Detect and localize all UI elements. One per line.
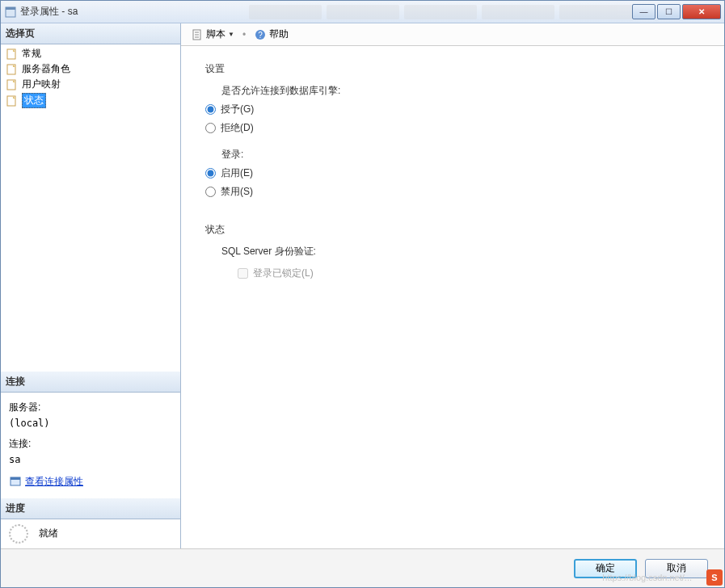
toolbar: 脚本 ▼ • ? 帮助 <box>181 23 724 46</box>
dropdown-arrow-icon[interactable]: ▼ <box>228 31 234 38</box>
main-panel: 脚本 ▼ • ? 帮助 设置 是否允许连接到数据库引擎: 授予(G) <box>181 23 724 548</box>
enable-option[interactable]: 启用(E) <box>205 166 700 180</box>
titlebar[interactable]: 登录属性 - sa — ☐ ✕ <box>1 1 724 23</box>
view-connection-properties-link[interactable]: 查看连接属性 <box>9 475 83 489</box>
app-icon <box>4 6 17 19</box>
sidebar: 选择页 常规 服务器角色 用户映射 状态 <box>1 23 181 548</box>
page-list: 常规 服务器角色 用户映射 状态 <box>1 44 180 111</box>
connection-info: 服务器: (local) 连接: sa 查看连接属性 <box>1 393 180 499</box>
help-icon: ? <box>254 28 267 41</box>
deny-label: 拒绝(D) <box>221 121 254 135</box>
page-icon <box>6 94 19 107</box>
server-value: (local) <box>9 418 172 429</box>
enable-radio[interactable] <box>205 168 216 178</box>
script-icon <box>191 28 204 41</box>
help-button[interactable]: ? 帮助 <box>251 26 292 43</box>
close-button[interactable]: ✕ <box>682 4 721 19</box>
login-label: 登录: <box>221 148 700 162</box>
status-heading: 状态 <box>205 223 700 237</box>
grant-radio[interactable] <box>205 104 216 115</box>
content-area: 设置 是否允许连接到数据库引擎: 授予(G) 拒绝(D) 登录: 启用(E) <box>181 46 724 548</box>
window-title: 登录属性 - sa <box>20 5 233 19</box>
grant-label: 授予(G) <box>221 103 254 116</box>
sidebar-item-label: 服务器角色 <box>22 62 70 76</box>
page-icon <box>6 48 19 61</box>
login-locked-checkbox <box>238 268 248 279</box>
page-icon <box>6 63 19 76</box>
script-button[interactable]: 脚本 ▼ <box>188 26 238 43</box>
progress-header: 进度 <box>1 498 180 519</box>
connection-label: 连接: <box>9 437 172 451</box>
page-icon <box>6 78 19 91</box>
sidebar-item-label: 用户映射 <box>22 78 61 91</box>
progress-status: 就绪 <box>39 527 58 539</box>
properties-icon <box>9 475 22 488</box>
background-tabs <box>249 5 632 19</box>
svg-rect-7 <box>11 477 20 480</box>
connection-value: sa <box>9 454 172 465</box>
cancel-button[interactable]: 取消 <box>645 559 708 578</box>
disable-radio[interactable] <box>205 187 216 197</box>
sidebar-item-user-mapping[interactable]: 用户映射 <box>1 77 180 92</box>
deny-radio[interactable] <box>205 123 216 133</box>
select-page-header: 选择页 <box>1 23 180 44</box>
login-locked-label: 登录已锁定(L) <box>253 267 314 280</box>
grant-option[interactable]: 授予(G) <box>205 103 700 116</box>
svg-text:?: ? <box>258 31 263 40</box>
script-label: 脚本 <box>206 27 226 41</box>
server-label: 服务器: <box>9 401 172 414</box>
progress-spinner-icon <box>9 524 28 544</box>
ime-badge-icon[interactable]: S <box>706 569 723 586</box>
disable-option[interactable]: 禁用(S) <box>205 185 700 199</box>
disable-label: 禁用(S) <box>221 185 253 199</box>
progress-block: 就绪 <box>1 519 180 548</box>
permit-connect-label: 是否允许连接到数据库引擎: <box>221 84 700 98</box>
settings-heading: 设置 <box>205 62 700 76</box>
sidebar-item-label: 常规 <box>22 47 41 61</box>
dialog-footer: 确定 取消 https://blog.csdn.net/... S <box>1 548 724 587</box>
toolbar-separator: • <box>242 29 246 40</box>
window-controls: — ☐ ✕ <box>632 4 721 19</box>
login-locked-option: 登录已锁定(L) <box>238 267 700 280</box>
minimize-button[interactable]: — <box>632 4 655 19</box>
maximize-button[interactable]: ☐ <box>657 4 681 19</box>
svg-rect-1 <box>6 7 15 10</box>
sql-auth-label: SQL Server 身份验证: <box>221 245 700 258</box>
dialog-body: 选择页 常规 服务器角色 用户映射 状态 <box>1 23 724 548</box>
connection-header: 连接 <box>1 372 180 393</box>
deny-option[interactable]: 拒绝(D) <box>205 121 700 135</box>
enable-label: 启用(E) <box>221 166 253 180</box>
ok-button[interactable]: 确定 <box>574 559 637 578</box>
dialog-window: 登录属性 - sa — ☐ ✕ 选择页 常规 服务器角色 <box>0 0 725 588</box>
link-label: 查看连接属性 <box>25 475 83 489</box>
sidebar-item-status[interactable]: 状态 <box>1 92 180 109</box>
sidebar-item-label: 状态 <box>22 93 46 108</box>
help-label: 帮助 <box>269 27 289 41</box>
sidebar-item-general[interactable]: 常规 <box>1 46 180 61</box>
sidebar-item-server-roles[interactable]: 服务器角色 <box>1 61 180 77</box>
